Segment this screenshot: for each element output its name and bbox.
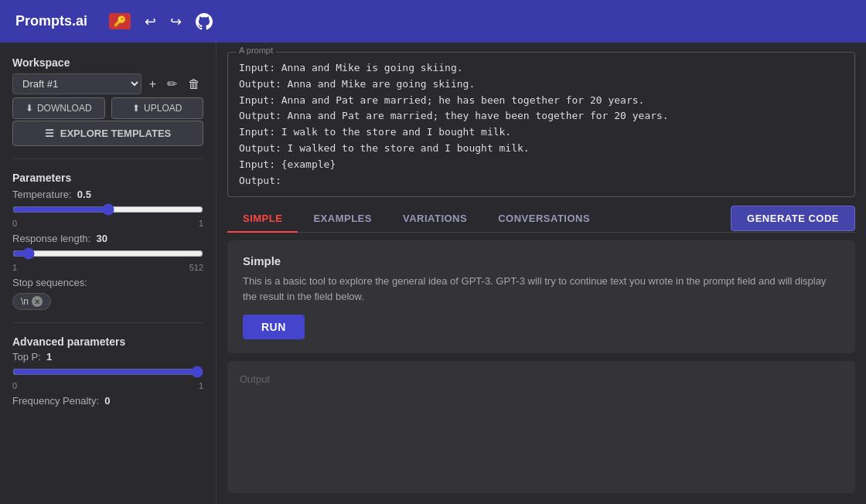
download-icon: ⬇ bbox=[26, 103, 33, 114]
advanced-params-section: Advanced parameters Top P: 1 0 1 Frequen… bbox=[12, 335, 203, 410]
simple-card-description: This is a basic tool to explore the gene… bbox=[243, 274, 840, 304]
templates-icon: ☰ bbox=[45, 128, 54, 139]
prompt-label: A prompt bbox=[236, 46, 276, 55]
response-length-range-row: 1 512 bbox=[12, 263, 203, 272]
response-length-label: Response length: 30 bbox=[12, 233, 203, 244]
remove-stop-seq-button[interactable]: ✕ bbox=[32, 296, 43, 307]
app-title: Prompts.ai bbox=[15, 13, 87, 29]
main-content: Workspace Draft #1 Draft #2 Draft #3 + ✏… bbox=[0, 43, 866, 504]
divider-1 bbox=[12, 158, 203, 159]
output-placeholder: Output bbox=[240, 373, 270, 385]
workspace-row: Draft #1 Draft #2 Draft #3 + ✏ 🗑 bbox=[12, 73, 203, 94]
frequency-penalty-label: Frequency Penalty: 0 bbox=[12, 395, 203, 407]
temperature-slider[interactable] bbox=[12, 203, 203, 216]
tabs-row: SIMPLE EXAMPLES VARIATIONS CONVERSATIONS… bbox=[227, 205, 855, 233]
tab-content-area: Simple This is a basic tool to explore t… bbox=[227, 240, 855, 493]
response-length-min: 1 bbox=[12, 263, 17, 272]
top-p-value: 1 bbox=[46, 351, 52, 363]
upload-icon: ⬆ bbox=[132, 103, 140, 114]
prompt-box: A prompt Input: Anna and Mike is going s… bbox=[227, 52, 855, 197]
explore-templates-label: EXPLORE TEMPLATES bbox=[60, 128, 172, 139]
workspace-title: Workspace bbox=[12, 56, 203, 69]
top-p-label: Top P: 1 bbox=[12, 351, 203, 363]
output-card: Output bbox=[227, 361, 855, 493]
tab-variations[interactable]: VARIATIONS bbox=[387, 205, 482, 232]
simple-card: Simple This is a basic tool to explore t… bbox=[227, 240, 855, 353]
temperature-max: 1 bbox=[199, 219, 203, 228]
add-draft-button[interactable]: + bbox=[146, 76, 159, 93]
temperature-slider-container: 0 1 bbox=[12, 203, 203, 228]
top-p-max: 1 bbox=[199, 381, 203, 390]
sidebar: Workspace Draft #1 Draft #2 Draft #3 + ✏… bbox=[0, 43, 216, 504]
draft-select[interactable]: Draft #1 Draft #2 Draft #3 bbox=[12, 73, 141, 94]
params-title: Parameters bbox=[12, 172, 203, 184]
response-length-value: 30 bbox=[96, 233, 107, 244]
stop-seq-value: \n bbox=[21, 296, 29, 307]
stop-sequences-container: \n ✕ bbox=[12, 293, 203, 310]
github-button[interactable] bbox=[196, 13, 213, 30]
explore-templates-button[interactable]: ☰ EXPLORE TEMPLATES bbox=[12, 121, 203, 146]
frequency-penalty-label-text: Frequency Penalty: bbox=[12, 395, 99, 407]
top-p-min: 0 bbox=[12, 381, 17, 390]
response-length-max: 512 bbox=[189, 263, 203, 272]
response-length-slider[interactable] bbox=[12, 247, 203, 260]
topbar: Prompts.ai 🔑 ↩ ↪ bbox=[0, 0, 866, 43]
workspace-section: Workspace Draft #1 Draft #2 Draft #3 + ✏… bbox=[12, 56, 203, 146]
undo-button[interactable]: ↩ bbox=[145, 13, 156, 30]
temperature-label-text: Temperature: bbox=[12, 189, 72, 200]
temperature-range-row: 0 1 bbox=[12, 219, 203, 228]
top-p-label-text: Top P: bbox=[12, 351, 41, 363]
top-p-slider[interactable] bbox=[12, 366, 203, 378]
tab-conversations[interactable]: CONVERSATIONS bbox=[482, 205, 605, 232]
tab-examples[interactable]: EXAMPLES bbox=[298, 205, 387, 232]
temperature-value: 0.5 bbox=[77, 189, 91, 200]
key-icon: 🔑 bbox=[109, 13, 131, 29]
advanced-title: Advanced parameters bbox=[12, 335, 203, 348]
download-label: DOWNLOAD bbox=[37, 103, 92, 114]
generate-code-button[interactable]: GENERATE CODE bbox=[731, 206, 855, 231]
frequency-penalty-value: 0 bbox=[104, 395, 110, 407]
download-upload-row: ⬇ DOWNLOAD ⬆ UPLOAD bbox=[12, 97, 203, 119]
run-button[interactable]: RUN bbox=[243, 315, 305, 339]
temperature-min: 0 bbox=[12, 219, 17, 228]
upload-label: UPLOAD bbox=[144, 103, 182, 114]
parameters-section: Parameters Temperature: 0.5 0 1 Response… bbox=[12, 172, 203, 310]
tab-simple[interactable]: SIMPLE bbox=[227, 205, 298, 232]
response-length-label-text: Response length: bbox=[12, 233, 90, 244]
simple-card-title: Simple bbox=[243, 254, 840, 267]
prompt-text[interactable]: Input: Anna and Mike is going skiing. Ou… bbox=[239, 60, 844, 189]
top-p-slider-container: 0 1 bbox=[12, 366, 203, 390]
stop-badge: \n ✕ bbox=[12, 293, 51, 310]
stop-sequences-label: Stop sequences: bbox=[12, 277, 203, 288]
delete-draft-button[interactable]: 🗑 bbox=[185, 76, 203, 93]
edit-draft-button[interactable]: ✏ bbox=[164, 75, 180, 93]
top-p-range-row: 0 1 bbox=[12, 381, 203, 390]
upload-button[interactable]: ⬆ UPLOAD bbox=[111, 97, 204, 119]
divider-2 bbox=[12, 322, 203, 323]
download-button[interactable]: ⬇ DOWNLOAD bbox=[12, 97, 105, 119]
response-length-slider-container: 1 512 bbox=[12, 247, 203, 272]
temperature-label: Temperature: 0.5 bbox=[12, 189, 203, 200]
redo-button[interactable]: ↪ bbox=[170, 13, 182, 30]
right-panel: A prompt Input: Anna and Mike is going s… bbox=[216, 43, 866, 504]
